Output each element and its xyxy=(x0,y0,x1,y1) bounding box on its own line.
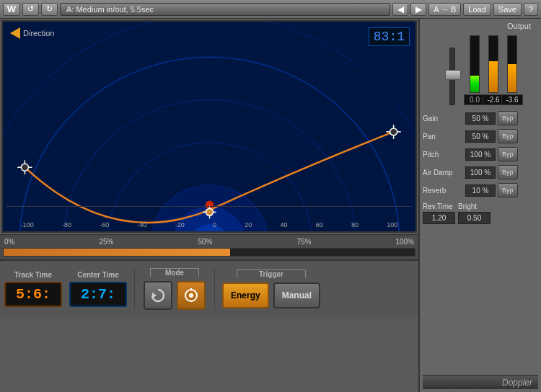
svg-point-12 xyxy=(21,164,28,171)
manual-trigger-button[interactable]: Manual xyxy=(273,282,320,308)
radar-display: Direction 83:1 -100 -80 -60 -40 -20 0 20… xyxy=(1,20,417,233)
meters-row: 0.0 -2.6 -3.6 xyxy=(441,33,519,105)
radar-time-display: 83:1 xyxy=(369,27,410,46)
reverb-value[interactable]: 10 % xyxy=(465,184,496,197)
progress-track[interactable] xyxy=(3,248,415,257)
track-time-section: Track Time 5:6: xyxy=(4,271,62,307)
svg-point-22 xyxy=(189,293,193,298)
svg-marker-20 xyxy=(152,293,157,298)
center-time-label: Center Time xyxy=(77,271,119,279)
rev-time-label: Rev.Time xyxy=(423,202,455,210)
trigger-section: Trigger Energy Manual xyxy=(222,270,320,308)
reverb-label: Reverb xyxy=(423,187,462,195)
mode-label: Mode xyxy=(150,268,199,277)
meter-3-fill xyxy=(508,64,516,92)
right-panel: Output 0.0 xyxy=(418,19,541,392)
output-label: Output xyxy=(423,22,538,30)
pitch-value[interactable]: 100 % xyxy=(465,148,496,161)
bright-value[interactable]: 0.50 xyxy=(458,212,491,224)
svg-point-15 xyxy=(206,208,213,215)
direction-arrow-icon xyxy=(10,27,20,39)
center-time-counter[interactable]: 2:7: xyxy=(69,282,127,307)
prev-preset-button[interactable]: ◀ xyxy=(392,3,408,16)
air-damp-param-row: Air Damp 100 % Byp xyxy=(423,165,538,179)
meter-2-track xyxy=(488,35,498,93)
air-damp-knob-area: 100 % Byp xyxy=(465,165,518,179)
meter-2: -2.6 xyxy=(486,35,501,105)
load-button[interactable]: Load xyxy=(463,3,491,16)
fader-track[interactable] xyxy=(449,48,455,105)
mode-btn-1[interactable] xyxy=(144,281,172,310)
meter-3-track xyxy=(507,35,517,93)
ab-button[interactable]: A → B xyxy=(428,3,461,16)
right-bottom-row: Rev.Time 1.20 Bright 0.50 xyxy=(423,202,538,224)
progress-fill xyxy=(4,249,230,256)
meter-1-track xyxy=(470,35,480,93)
bright-label: Bright xyxy=(458,202,491,210)
air-damp-label: Air Damp xyxy=(423,169,462,177)
air-damp-byp-button[interactable]: Byp xyxy=(498,165,518,179)
rev-time-value[interactable]: 1.20 xyxy=(423,212,455,224)
meter-1-fill xyxy=(470,76,479,92)
help-button[interactable]: ? xyxy=(524,3,538,16)
right-controls: Gain 50 % Byp Pan 50 % Byp Pitch 100 % B… xyxy=(423,111,538,224)
pitch-label: Pitch xyxy=(423,151,462,159)
meter-3-value: -3.6 xyxy=(501,94,523,105)
svg-point-18 xyxy=(390,128,397,135)
main-content: Direction 83:1 -100 -80 -60 -40 -20 0 20… xyxy=(0,19,541,392)
brand-label: Doppler xyxy=(423,375,538,389)
reverb-knob-area: 10 % Byp xyxy=(465,183,518,197)
meter-3: -3.6 xyxy=(505,35,519,105)
rev-time-param: Rev.Time 1.20 xyxy=(423,202,455,224)
pitch-param-row: Pitch 100 % Byp xyxy=(423,147,538,161)
gain-value[interactable]: 50 % xyxy=(465,112,496,125)
output-section: Output 0.0 xyxy=(423,22,538,105)
trigger-label: Trigger xyxy=(237,270,306,278)
next-preset-button[interactable]: ▶ xyxy=(410,3,426,16)
left-panel: Direction 83:1 -100 -80 -60 -40 -20 0 20… xyxy=(0,19,418,392)
fader-thumb[interactable] xyxy=(445,70,461,80)
save-button[interactable]: Save xyxy=(493,3,522,16)
progress-labels: 0% 25% 50% 75% 100% xyxy=(3,238,415,246)
gain-knob-area: 50 % Byp xyxy=(465,111,518,125)
mode-buttons xyxy=(144,281,206,310)
mode-section: Mode xyxy=(134,268,215,310)
pan-label: Pan xyxy=(423,133,462,141)
pan-param-row: Pan 50 % Byp xyxy=(423,129,538,143)
bright-param: Bright 0.50 xyxy=(458,202,491,224)
reverb-byp-button[interactable]: Byp xyxy=(498,183,518,197)
bottom-controls: Track Time 5:6: Center Time 2:7: Mode xyxy=(0,259,418,317)
pan-byp-button[interactable]: Byp xyxy=(498,129,518,143)
air-damp-value[interactable]: 100 % xyxy=(465,166,496,179)
preset-name: A: Medium in/out, 5.5sec xyxy=(60,3,390,16)
trigger-buttons: Energy Manual xyxy=(222,282,320,308)
pitch-knob-area: 100 % Byp xyxy=(465,147,518,161)
pan-value[interactable]: 50 % xyxy=(465,130,496,143)
energy-trigger-button[interactable]: Energy xyxy=(222,282,269,308)
undo-button[interactable]: ↺ xyxy=(22,3,39,16)
track-time-counter[interactable]: 5:6: xyxy=(4,282,62,307)
gain-label: Gain xyxy=(423,115,462,122)
toolbar: W ↺ ↻ A: Medium in/out, 5.5sec ◀ ▶ A → B… xyxy=(0,0,541,19)
track-time-label: Track Time xyxy=(14,271,52,279)
axis-labels: -100 -80 -60 -40 -20 0 20 40 60 80 100 xyxy=(3,221,415,228)
reverb-param-row: Reverb 10 % Byp xyxy=(423,183,538,197)
direction-label: Direction xyxy=(10,27,54,39)
waves-logo[interactable]: W xyxy=(3,3,20,16)
mode-btn-2[interactable] xyxy=(177,281,206,310)
progress-area: 0% 25% 50% 75% 100% xyxy=(0,234,418,259)
redo-button[interactable]: ↻ xyxy=(41,3,58,16)
fader-container xyxy=(441,48,463,105)
gain-byp-button[interactable]: Byp xyxy=(498,111,518,125)
gain-param-row: Gain 50 % Byp xyxy=(423,111,538,125)
meter-2-fill xyxy=(489,61,498,92)
meter-1: 0.0 xyxy=(467,35,482,105)
center-time-section: Center Time 2:7: xyxy=(69,271,127,307)
pitch-byp-button[interactable]: Byp xyxy=(498,147,518,161)
pan-knob-area: 50 % Byp xyxy=(465,129,518,143)
